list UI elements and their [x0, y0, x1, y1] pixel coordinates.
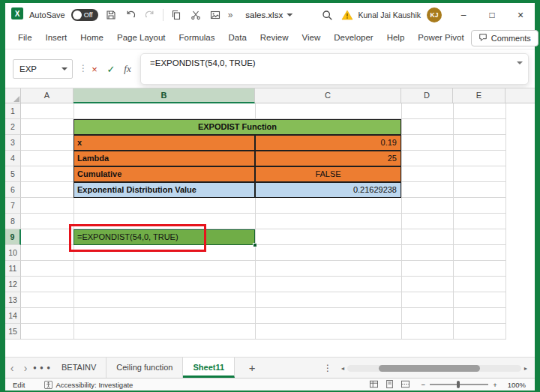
warning-icon[interactable] [340, 7, 354, 23]
sheet-list-ellipsis[interactable]: ● ● ● [32, 358, 52, 378]
column-header-e[interactable]: E [453, 88, 506, 103]
undo-icon[interactable] [124, 7, 137, 23]
cell-c5-value[interactable]: FALSE [255, 166, 401, 182]
insert-function-button[interactable]: fx [119, 59, 136, 79]
zoom-slider[interactable] [430, 384, 488, 385]
row-header-7[interactable]: 7 [5, 198, 21, 214]
excel-logo-icon: X [11, 7, 23, 22]
redo-icon[interactable] [143, 7, 157, 23]
comments-button[interactable]: Comments [471, 30, 538, 46]
row-header-2[interactable]: 2 [5, 119, 21, 135]
formula-input[interactable]: =EXPONDIST(54,0, TRUE) [140, 53, 529, 85]
row-header-1[interactable]: 1 [5, 103, 21, 119]
scroll-right-icon[interactable]: ► [521, 366, 530, 371]
comment-icon [478, 33, 488, 43]
formula-bar: EXP ⋮ × ✓ fx =EXPONDIST(54,0, TRUE) [5, 49, 535, 88]
autosave-label: AutoSave [29, 10, 65, 19]
row-header-3[interactable]: 3 [5, 135, 21, 151]
cell-b2-table-title[interactable]: EXPODIST Function [74, 119, 401, 135]
cell-b6-label[interactable]: Exponential Distribution Value [74, 182, 255, 198]
normal-view-icon[interactable] [370, 380, 378, 390]
sheet-tab-sheet11[interactable]: Sheet11 [183, 358, 235, 378]
fill-handle[interactable] [253, 243, 257, 247]
document-title[interactable]: sales.xlsx [245, 3, 292, 27]
zoom-percentage[interactable]: 100% [508, 381, 526, 389]
row-header-9[interactable]: 9 [5, 229, 21, 245]
search-icon[interactable] [321, 7, 334, 23]
picture-icon[interactable] [208, 7, 222, 23]
zoom-slider-thumb[interactable] [457, 381, 460, 388]
page-layout-view-icon[interactable] [386, 380, 394, 390]
row-header-8[interactable]: 8 [5, 214, 21, 229]
menu-power-pivot[interactable]: Power Pivot [411, 27, 470, 49]
accessibility-icon [44, 381, 52, 389]
cancel-entry-button[interactable]: × [86, 59, 103, 79]
menu-home[interactable]: Home [74, 27, 110, 49]
sheet-nav-right-icon[interactable]: › [19, 358, 32, 378]
cell-c6-value[interactable]: 0.21629238 [255, 182, 401, 198]
more-commands-icon[interactable]: » [228, 10, 233, 20]
row-headers: 1 2 3 4 5 6 7 8 9 10 11 12 13 14 15 [5, 103, 21, 340]
column-header-a[interactable]: A [21, 88, 74, 103]
minimize-button[interactable]: – [449, 3, 478, 27]
row-header-13[interactable]: 13 [5, 292, 21, 308]
menu-help[interactable]: Help [380, 27, 412, 49]
sheet-tab-betainv[interactable]: BETAINV [52, 358, 106, 378]
cell-b3-label[interactable]: x [74, 135, 255, 151]
cell-b5-label[interactable]: Cumulative [74, 166, 255, 182]
comments-label: Comments [491, 34, 531, 43]
sheet-tab-ceiling-function[interactable]: Ceiling function [106, 358, 183, 378]
cell-b4-label[interactable]: Lambda [74, 151, 255, 166]
row-header-5[interactable]: 5 [5, 166, 21, 182]
name-box[interactable]: EXP [13, 59, 73, 79]
user-name[interactable]: Kunal Jai Kaushik [358, 10, 421, 19]
scrollbar-thumb[interactable] [379, 365, 480, 372]
maximize-button[interactable]: □ [478, 3, 506, 27]
row-header-10[interactable]: 10 [5, 245, 21, 261]
menu-developer[interactable]: Developer [327, 27, 380, 49]
zoom-out-button[interactable]: − [422, 381, 426, 389]
confirm-entry-button[interactable]: ✓ [103, 59, 119, 79]
menu-data[interactable]: Data [222, 27, 254, 49]
formula-bar-expand-icon[interactable] [517, 61, 523, 64]
cell-c4-value[interactable]: 25 [255, 151, 401, 166]
row-header-6[interactable]: 6 [5, 182, 21, 198]
cell-mode-indicator: Edit [13, 381, 25, 389]
excel-window: X AutoSave Off [5, 3, 535, 391]
row-header-11[interactable]: 11 [5, 261, 21, 277]
row-header-12[interactable]: 12 [5, 277, 21, 292]
add-sheet-button[interactable]: + [241, 358, 263, 378]
row-header-14[interactable]: 14 [5, 308, 21, 324]
zoom-in-button[interactable]: + [493, 381, 497, 389]
autosave-toggle[interactable]: Off [71, 9, 98, 21]
sheet-grid: A B C D E 1 2 3 4 5 6 7 8 9 10 11 12 13 … [5, 88, 535, 357]
menu-file[interactable]: File [11, 27, 39, 49]
scrollbar-track[interactable] [347, 365, 521, 372]
select-all-button[interactable] [5, 88, 21, 103]
row-header-4[interactable]: 4 [5, 151, 21, 166]
column-header-d[interactable]: D [401, 88, 453, 103]
menu-view[interactable]: View [296, 27, 328, 49]
menu-formulas[interactable]: Formulas [172, 27, 222, 49]
gridline [453, 103, 454, 340]
close-button[interactable]: × [506, 3, 535, 27]
cell-c3-value[interactable]: 0.19 [255, 135, 401, 151]
cut-icon[interactable] [189, 7, 202, 23]
save-icon[interactable] [104, 7, 118, 23]
zoom-control: − + [422, 381, 497, 389]
filename-caret-icon [286, 13, 292, 16]
column-header-c[interactable]: C [255, 88, 401, 103]
horizontal-scrollbar[interactable]: ◄ ► [338, 364, 530, 372]
accessibility-status[interactable]: Accessibility: Investigate [56, 381, 133, 389]
copy-icon[interactable] [170, 7, 183, 23]
menu-review[interactable]: Review [254, 27, 296, 49]
row-header-15[interactable]: 15 [5, 324, 21, 340]
tabs-overflow-menu[interactable]: ⋮ [323, 358, 332, 378]
scroll-left-icon[interactable]: ◄ [338, 366, 347, 371]
page-break-view-icon[interactable] [401, 380, 410, 390]
sheet-nav-left-icon[interactable]: ‹ [5, 358, 19, 378]
user-avatar[interactable]: KJ [427, 7, 442, 22]
menu-page-layout[interactable]: Page Layout [110, 27, 172, 49]
column-header-b[interactable]: B [74, 88, 255, 103]
menu-insert[interactable]: Insert [39, 27, 74, 49]
